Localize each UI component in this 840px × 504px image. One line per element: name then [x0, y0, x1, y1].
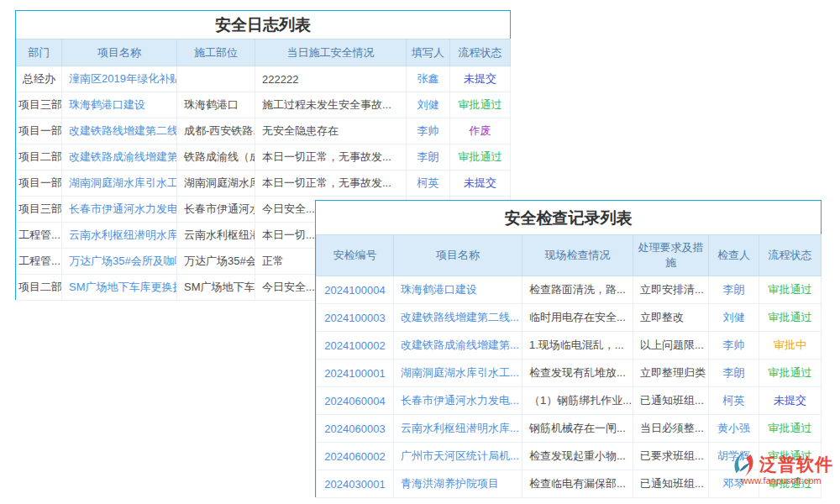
project-link[interactable]: 云南水利枢纽潜明水库...	[394, 415, 522, 443]
col-header-safety: 当日施工安全情况	[255, 39, 407, 66]
project-link[interactable]: SM广场地下车库更换摄...	[62, 275, 177, 301]
safety-cell: 本日一切正常，无事故发...	[255, 144, 407, 171]
writer-cell: 柯英	[407, 171, 450, 197]
col-header-status: 流程状态	[759, 235, 822, 276]
status-badge: 未提交	[759, 387, 822, 415]
writer-cell: 李朗	[407, 144, 450, 171]
table-row: 2024100001湖南洞庭湖水库引水工...检查发现有乱堆放...立即整理归类…	[317, 360, 822, 387]
project-link[interactable]: 珠海鹤港口建设	[62, 92, 177, 118]
writer-cell: 张鑫	[407, 66, 450, 92]
project-link[interactable]: 青海洪湖养护院项目	[394, 470, 522, 498]
header-row: 部门 项目名称 施工部位 当日施工安全情况 填写人 流程状态	[17, 39, 511, 66]
site-check-cell: （1）钢筋绑扎作业...	[522, 387, 633, 415]
location-cell: 万达广场35#会...	[177, 249, 255, 275]
table-row: 2024060003云南水利枢纽潜明水库...钢筋机械存在一闸...当日必须整.…	[317, 415, 822, 443]
table-row: 2024060002广州市天河区统计局机...检查发现起重小物...已要求班组.…	[317, 443, 822, 470]
location-cell: 成都-西安铁路...	[177, 118, 255, 144]
status-badge: 审批通过	[450, 144, 511, 171]
col-header-writer: 填写人	[407, 39, 450, 66]
dept-cell: 总经办	[17, 66, 62, 92]
table-row: 项目一部湖南洞庭湖水库引水工程...湖南洞庭湖水库本日一切正常，无事故发...柯…	[17, 171, 511, 197]
project-link[interactable]: 万达广场35#会所及咖啡...	[62, 249, 177, 275]
project-link[interactable]: 改建铁路成渝线增建第...	[394, 332, 522, 360]
site-check-cell: 检查路面清洗，路...	[522, 276, 633, 304]
project-link[interactable]: 改建铁路成渝线增建第二...	[62, 144, 177, 171]
safety-cell: 无安全隐患存在	[255, 118, 407, 144]
dept-cell: 项目三部	[17, 92, 62, 118]
safety-check-table-card: 安全检查记录列表 安检编号 项目名称 现场检查情况 处理要求及措施 检查人 流程…	[315, 200, 822, 497]
project-link[interactable]: 长春市伊通河水力发电厂...	[62, 197, 177, 223]
measures-cell: 以上问题限...	[633, 332, 709, 360]
location-cell: 湖南洞庭湖水库	[177, 171, 255, 197]
table-row: 项目一部改建铁路线增建第二线直...成都-西安铁路...无安全隐患存在李帅作废	[17, 118, 511, 144]
measures-cell: 当日必须整...	[633, 415, 709, 443]
status-badge: 审批通过	[759, 304, 822, 332]
site-check-cell: 钢筋机械存在一闸...	[522, 415, 633, 443]
check-id-link[interactable]: 2024100004	[317, 276, 394, 304]
project-link[interactable]: 珠海鹤港口建设	[394, 276, 522, 304]
safety-log-title: 安全日志列表	[16, 11, 510, 39]
safety-cell: 本日一切正常，无事故发...	[255, 171, 407, 197]
location-cell: SM广场地下车库	[177, 275, 255, 301]
status-badge: 审批通过	[450, 92, 511, 118]
location-cell: 长春市伊通河水...	[177, 197, 255, 223]
dept-cell: 项目一部	[17, 118, 62, 144]
project-link[interactable]: 湖南洞庭湖水库引水工...	[394, 360, 522, 387]
col-header-project: 项目名称	[394, 235, 522, 276]
writer-cell: 刘健	[407, 92, 450, 118]
project-link[interactable]: 潼南区2019年绿化补贴项...	[62, 66, 177, 92]
measures-cell: 已通知班组...	[633, 387, 709, 415]
table-row: 2024100003改建铁路线增建第二线...临时用电存在安全...立即整改刘健…	[317, 304, 822, 332]
check-id-link[interactable]: 2024100003	[317, 304, 394, 332]
site-check-cell: 1.现场临电混乱，...	[522, 332, 633, 360]
check-id-link[interactable]: 2024100002	[317, 332, 394, 360]
status-badge: 审批通过	[759, 443, 822, 470]
check-id-link[interactable]: 2024030001	[317, 470, 394, 498]
site-check-cell: 检查临电有漏保部...	[522, 470, 633, 498]
table-row: 2024030001青海洪湖养护院项目检查临电有漏保部...已通知班组...邓琴…	[317, 470, 822, 498]
status-badge: 审批通过	[759, 415, 822, 443]
site-check-cell: 检查发现起重小物...	[522, 443, 633, 470]
dept-cell: 项目一部	[17, 171, 62, 197]
location-cell	[177, 66, 255, 92]
measures-cell: 立即整理归类	[633, 360, 709, 387]
location-cell: 珠海鹤港口	[177, 92, 255, 118]
col-header-dept: 部门	[17, 39, 62, 66]
status-badge: 未提交	[450, 66, 511, 92]
inspector-cell: 李帅	[709, 332, 759, 360]
dept-cell: 项目三部	[17, 197, 62, 223]
safety-cell: 施工过程未发生安全事故...	[255, 92, 407, 118]
project-link[interactable]: 改建铁路线增建第二线直...	[62, 118, 177, 144]
table-row: 项目三部珠海鹤港口建设珠海鹤港口施工过程未发生安全事故...刘健审批通过	[17, 92, 511, 118]
col-header-project: 项目名称	[62, 39, 177, 66]
col-header-site-check: 现场检查情况	[522, 235, 633, 276]
location-cell: 云南水利枢纽潜...	[177, 223, 255, 249]
dept-cell: 工程管...	[17, 223, 62, 249]
table-row: 2024100002改建铁路成渝线增建第...1.现场临电混乱，...以上问题限…	[317, 332, 822, 360]
safety-check-table: 安检编号 项目名称 现场检查情况 处理要求及措施 检查人 流程状态 202410…	[316, 234, 822, 498]
check-id-link[interactable]: 2024100001	[317, 360, 394, 387]
page: 安全日志列表 部门 项目名称 施工部位 当日施工安全情况 填写人 流程状态 总经…	[0, 0, 840, 504]
status-badge: 审批中	[759, 332, 822, 360]
safety-check-title: 安全检查记录列表	[316, 201, 821, 234]
status-badge: 审批通过	[759, 470, 822, 498]
site-check-cell: 检查发现有乱堆放...	[522, 360, 633, 387]
check-id-link[interactable]: 2024060003	[317, 415, 394, 443]
dept-cell: 项目二部	[17, 275, 62, 301]
col-header-location: 施工部位	[177, 39, 255, 66]
project-link[interactable]: 湖南洞庭湖水库引水工程...	[62, 171, 177, 197]
project-link[interactable]: 改建铁路线增建第二线...	[394, 304, 522, 332]
project-link[interactable]: 广州市天河区统计局机...	[394, 443, 522, 470]
col-header-measures: 处理要求及措施	[633, 235, 709, 276]
check-id-link[interactable]: 2024060002	[317, 443, 394, 470]
inspector-cell: 李朗	[709, 276, 759, 304]
status-badge: 作废	[450, 118, 511, 144]
project-link[interactable]: 长春市伊通河水力发电...	[394, 387, 522, 415]
measures-cell: 立即整改	[633, 304, 709, 332]
measures-cell: 已通知班组...	[633, 470, 709, 498]
status-badge: 审批通过	[759, 360, 822, 387]
location-cell: 铁路成渝线（成...	[177, 144, 255, 171]
project-link[interactable]: 云南水利枢纽潜明水库一...	[62, 223, 177, 249]
table-row: 2024060004长春市伊通河水力发电...（1）钢筋绑扎作业...已通知班组…	[317, 387, 822, 415]
check-id-link[interactable]: 2024060004	[317, 387, 394, 415]
